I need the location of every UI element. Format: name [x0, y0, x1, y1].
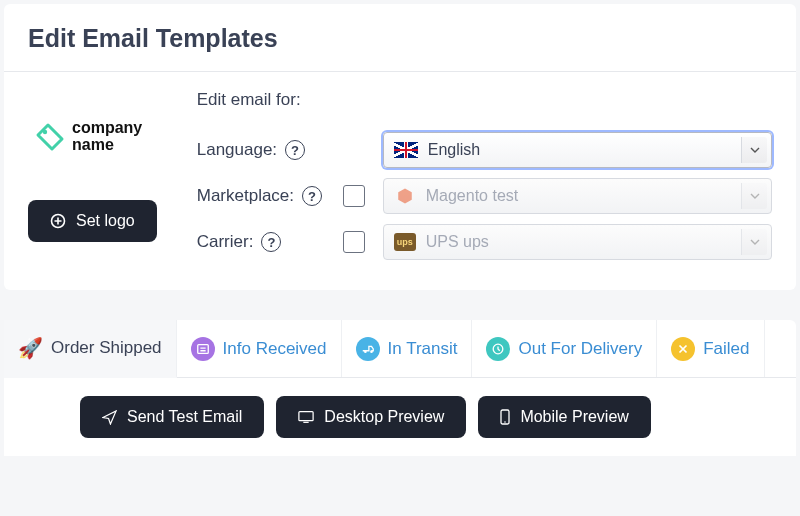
carrier-select[interactable]: ups UPS ups — [383, 224, 772, 260]
in-transit-icon — [356, 337, 380, 361]
tab-label: In Transit — [388, 339, 458, 359]
page-title: Edit Email Templates — [28, 24, 772, 53]
svg-point-8 — [505, 421, 507, 423]
marketplace-value: Magento test — [426, 187, 519, 205]
logo-column: company name Set logo — [28, 90, 157, 270]
tab-failed[interactable]: Failed — [657, 320, 764, 377]
svg-rect-2 — [197, 344, 208, 353]
mobile-icon — [500, 409, 510, 425]
edit-templates-card: Edit Email Templates company name — [4, 4, 796, 290]
tabs-container: 🚀 Order Shipped Info Received In Transit… — [4, 320, 796, 456]
button-label: Send Test Email — [127, 408, 242, 426]
carrier-row: Carrier: ? ups UPS ups — [197, 224, 772, 260]
marketplace-row: Marketplace: ? Magento test — [197, 178, 772, 214]
tab-label: Out For Delivery — [518, 339, 642, 359]
out-for-delivery-icon — [486, 337, 510, 361]
tab-out-for-delivery[interactable]: Out For Delivery — [472, 320, 657, 377]
tab-label: Info Received — [223, 339, 327, 359]
card-body: company name Set logo Edit email for: La… — [4, 72, 796, 290]
logo-line2: name — [72, 137, 142, 154]
set-logo-label: Set logo — [76, 212, 135, 230]
paper-plane-icon — [102, 410, 117, 425]
chevron-down-icon — [741, 137, 767, 163]
language-label: Language: ? — [197, 140, 337, 160]
uk-flag-icon — [394, 142, 418, 158]
form-column: Edit email for: Language: ? English M — [197, 90, 772, 270]
chevron-down-icon — [741, 183, 767, 209]
tag-icon — [34, 121, 66, 153]
carrier-value: UPS ups — [426, 233, 489, 251]
svg-point-0 — [43, 130, 47, 134]
rocket-icon: 🚀 — [18, 336, 43, 360]
marketplace-checkbox[interactable] — [343, 185, 365, 207]
plus-circle-icon — [50, 213, 66, 229]
template-tabs: 🚀 Order Shipped Info Received In Transit… — [4, 320, 796, 378]
failed-icon — [671, 337, 695, 361]
tab-label: Failed — [703, 339, 749, 359]
language-value: English — [428, 141, 480, 159]
chevron-down-icon — [741, 229, 767, 255]
help-icon[interactable]: ? — [261, 232, 281, 252]
svg-point-4 — [370, 350, 373, 353]
info-received-icon — [191, 337, 215, 361]
mobile-preview-button[interactable]: Mobile Preview — [478, 396, 650, 438]
company-logo: company name — [28, 120, 142, 154]
carrier-checkbox[interactable] — [343, 231, 365, 253]
tab-order-shipped[interactable]: 🚀 Order Shipped — [4, 320, 177, 378]
desktop-icon — [298, 410, 314, 424]
tab-label: Order Shipped — [51, 338, 162, 358]
set-logo-button[interactable]: Set logo — [28, 200, 157, 242]
marketplace-label: Marketplace: ? — [197, 186, 337, 206]
help-icon[interactable]: ? — [302, 186, 322, 206]
button-label: Mobile Preview — [520, 408, 628, 426]
edit-for-label: Edit email for: — [197, 90, 772, 110]
card-header: Edit Email Templates — [4, 4, 796, 72]
logo-line1: company — [72, 120, 142, 137]
language-select[interactable]: English — [383, 132, 772, 168]
svg-rect-6 — [299, 412, 313, 421]
carrier-label: Carrier: ? — [197, 232, 337, 252]
svg-point-3 — [364, 350, 367, 353]
preview-actions: Send Test Email Desktop Preview Mobile P… — [4, 378, 796, 456]
language-row: Language: ? English — [197, 132, 772, 168]
logo-text: company name — [72, 120, 142, 154]
help-icon[interactable]: ? — [285, 140, 305, 160]
magento-icon — [394, 186, 416, 206]
desktop-preview-button[interactable]: Desktop Preview — [276, 396, 466, 438]
button-label: Desktop Preview — [324, 408, 444, 426]
tab-info-received[interactable]: Info Received — [177, 320, 342, 377]
ups-icon: ups — [394, 233, 416, 251]
send-test-email-button[interactable]: Send Test Email — [80, 396, 264, 438]
tab-in-transit[interactable]: In Transit — [342, 320, 473, 377]
marketplace-select[interactable]: Magento test — [383, 178, 772, 214]
